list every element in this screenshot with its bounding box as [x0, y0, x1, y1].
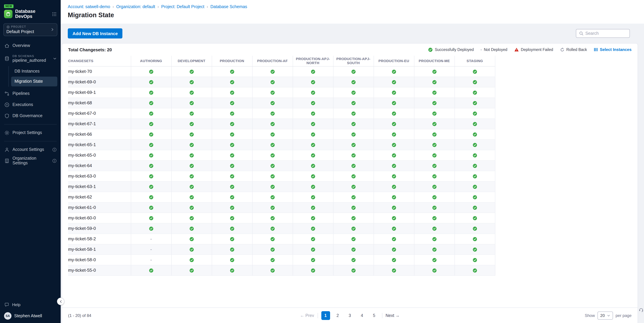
breadcrumb-account[interactable]: Account: satwell-demo — [68, 5, 110, 9]
show-label: Show — [585, 313, 595, 318]
status-cell — [374, 66, 414, 77]
status-success-icon — [432, 195, 436, 199]
status-cell — [212, 192, 252, 202]
page-button-5[interactable]: 5 — [370, 311, 378, 320]
sidebar-header: NEW Database DevOps — [0, 0, 61, 22]
breadcrumb-project[interactable]: Project: Default Project — [161, 5, 204, 9]
status-cell — [131, 119, 171, 129]
apps-grid-icon[interactable] — [52, 12, 57, 17]
status-success-icon — [432, 226, 436, 231]
status-success-icon — [472, 247, 477, 252]
table-row[interactable]: my-ticket-58-1- — [68, 244, 495, 254]
status-cell — [293, 244, 333, 254]
table-row[interactable]: my-ticket-58-0- — [68, 254, 495, 265]
search-input[interactable] — [585, 31, 626, 36]
column-header: STAGING — [454, 56, 495, 66]
table-row[interactable]: my-ticket-65-1 — [68, 139, 495, 150]
status-cell — [374, 98, 414, 108]
status-success-icon — [189, 101, 194, 105]
table-row[interactable]: my-ticket-69-0 — [68, 77, 495, 87]
next-page-button[interactable]: Next → — [386, 313, 400, 318]
page-button-3[interactable]: 3 — [346, 311, 354, 320]
breadcrumb-organization[interactable]: Organization: default — [116, 5, 155, 9]
status-cell — [414, 202, 454, 213]
page-button-2[interactable]: 2 — [333, 311, 342, 320]
status-success-icon — [472, 195, 477, 199]
changeset-name: my-ticket-58-0 — [68, 254, 131, 265]
status-success-icon — [432, 101, 436, 105]
status-success-icon — [311, 195, 315, 199]
page-button-1[interactable]: 1 — [321, 311, 330, 320]
status-cell — [171, 254, 212, 265]
toolbar: Add New DB Instance — [62, 24, 638, 43]
support-headset-icon[interactable] — [638, 307, 644, 313]
prev-page-button[interactable]: ← Prev — [300, 313, 314, 318]
status-cell — [212, 150, 252, 160]
table-row[interactable]: my-ticket-58-2- — [68, 234, 495, 244]
sidebar-item-migration-state[interactable]: Migration State — [11, 77, 57, 86]
status-success-icon — [189, 206, 194, 210]
status-success-icon — [432, 80, 436, 84]
table-row[interactable]: my-ticket-69-1 — [68, 87, 495, 98]
status-cell — [414, 254, 454, 265]
sidebar-item-executions[interactable]: Executions — [0, 99, 61, 110]
status-cell — [293, 213, 333, 223]
breadcrumb: Account: satwell-demo › Organization: de… — [68, 5, 637, 9]
status-cell — [333, 192, 374, 202]
table-row[interactable]: my-ticket-61-0 — [68, 202, 495, 213]
sidebar-item-organization-settings[interactable]: Organization Settings — [0, 155, 61, 166]
page-button-4[interactable]: 4 — [358, 311, 366, 320]
table-row[interactable]: my-ticket-67-1 — [68, 119, 495, 129]
status-cell — [454, 244, 495, 254]
table-row[interactable]: my-ticket-60-0 — [68, 213, 495, 223]
status-success-icon — [392, 185, 396, 189]
divider — [318, 313, 318, 318]
breadcrumb-database-schemas[interactable]: Database Schemas — [210, 5, 247, 9]
sidebar-group-db-schemas[interactable]: DB SCHEMAS pipeline_authored — [0, 51, 61, 66]
table-row[interactable]: my-ticket-64 — [68, 160, 495, 171]
sidebar-collapse-handle[interactable] — [57, 298, 64, 305]
status-legend: Successfully Deployed - Not Deployed Dep… — [428, 47, 632, 52]
add-db-instance-button[interactable]: Add New DB Instance — [68, 28, 122, 39]
info-icon — [52, 158, 57, 163]
sidebar-item-db-instances[interactable]: DB Instances — [11, 66, 57, 76]
status-cell — [171, 98, 212, 108]
help-button[interactable]: Help — [4, 300, 57, 309]
migration-state-card: Total Changesets: 20 Successfully Deploy… — [62, 43, 638, 323]
table-row[interactable]: my-ticket-67-0 — [68, 108, 495, 119]
status-success-icon — [311, 111, 315, 116]
select-instances-button[interactable]: Select Instances — [594, 47, 632, 52]
status-success-icon — [432, 111, 436, 116]
sidebar-item-account-settings[interactable]: Account Settings — [0, 144, 61, 155]
sidebar-item-db-governance[interactable]: DB Governance — [0, 110, 61, 121]
status-cell — [212, 265, 252, 275]
table-row[interactable]: my-ticket-70 — [68, 66, 495, 77]
status-success-icon — [351, 258, 356, 262]
table-row[interactable]: my-ticket-63-1 — [68, 181, 495, 192]
project-selector[interactable]: PROJECT Default Project — [3, 23, 57, 36]
status-success-icon — [189, 258, 194, 262]
table-row[interactable]: my-ticket-59-0 — [68, 223, 495, 234]
status-not-deployed-dash: - — [150, 247, 152, 252]
status-cell — [293, 192, 333, 202]
status-success-icon — [311, 80, 315, 84]
page-size-select[interactable]: 20 — [598, 311, 613, 319]
table-row[interactable]: my-ticket-62 — [68, 192, 495, 202]
chevron-down-icon — [607, 314, 610, 317]
table-row[interactable]: my-ticket-55-0 — [68, 265, 495, 275]
status-cell — [252, 171, 293, 181]
sidebar-item-overview[interactable]: Overview — [0, 40, 61, 51]
status-success-icon — [230, 132, 234, 137]
status-success-icon — [189, 132, 194, 137]
status-cell — [414, 234, 454, 244]
user-menu[interactable]: SA Stephen Atwell — [4, 312, 57, 320]
table-row[interactable]: my-ticket-65-0 — [68, 150, 495, 160]
table-row[interactable]: my-ticket-68 — [68, 98, 495, 108]
sidebar-item-pipelines[interactable]: Pipelines — [0, 88, 61, 99]
status-success-icon — [189, 226, 194, 231]
status-success-icon — [311, 153, 315, 158]
status-success-icon — [392, 91, 396, 95]
sidebar-item-project-settings[interactable]: Project Settings — [0, 127, 61, 138]
table-row[interactable]: my-ticket-66 — [68, 129, 495, 139]
table-row[interactable]: my-ticket-63-0 — [68, 171, 495, 181]
